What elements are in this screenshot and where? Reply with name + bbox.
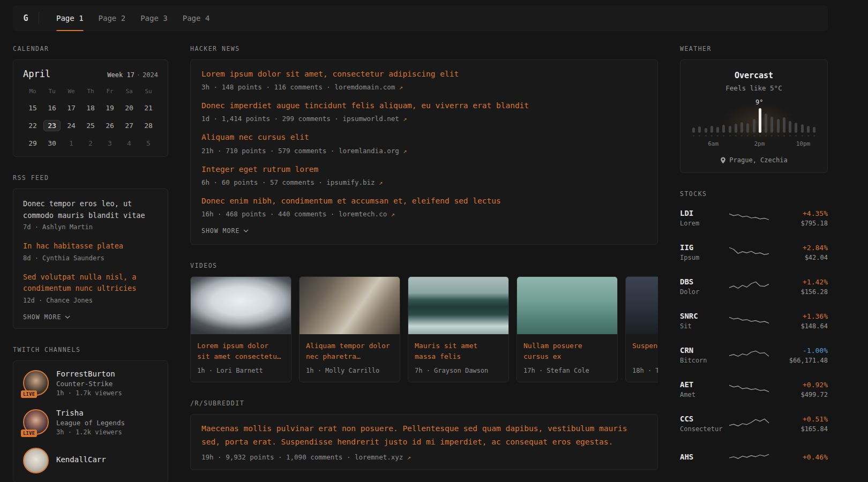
video-card[interactable]: Lorem ipsum dolor sit amet consectetu… 1… (190, 276, 291, 382)
video-thumbnail[interactable] (517, 277, 617, 334)
rss-item-title[interactable]: In hac habitasse platea (23, 240, 158, 252)
stock-row[interactable]: CRN Bitcorn -1.00% $66,171.48 (680, 342, 828, 368)
rss-item-title[interactable]: Sed volutpat nulla nisl, a condimentum n… (23, 272, 158, 295)
video-card[interactable]: Mauris sit amet massa felis 7h · Grayson… (408, 276, 509, 382)
video-thumbnail[interactable] (191, 277, 291, 334)
subreddit-card: Maecenas mollis pulvinar erat non posuer… (190, 414, 658, 470)
video-info: Aliquam tempor dolor nec pharetra… 1h · … (300, 334, 400, 382)
stock-name: Dolor (680, 288, 729, 296)
tab-page-4[interactable]: Page 4 (175, 5, 218, 31)
rss-item-title[interactable]: Donec tempor eros leo, ut commodo mauris… (23, 198, 158, 221)
videos-carousel[interactable]: Lorem ipsum dolor sit amet consectetu… 1… (190, 276, 658, 382)
stock-values: +0.51% $165.84 (769, 415, 828, 433)
video-thumbnail[interactable] (300, 277, 400, 334)
video-title[interactable]: Nullam posuere cursus ex (523, 341, 611, 362)
video-card[interactable]: Suspendisse diam 18h · Tara (625, 276, 658, 382)
stock-id: IIG Ipsum (680, 243, 729, 261)
stock-price: $165.84 (769, 425, 828, 433)
external-link-icon: ↗ (391, 210, 395, 218)
video-thumbnail[interactable] (408, 277, 508, 334)
stock-name: Amet (680, 391, 729, 398)
video-card[interactable]: Aliquam tempor dolor nec pharetra… 1h · … (299, 276, 400, 382)
twitch-channel[interactable]: KendallCarr (23, 448, 158, 473)
left-column: CALENDAR April Week 17·2024 Mo Tu We Th … (13, 45, 168, 482)
calendar-day: 26 (100, 120, 119, 131)
weather-bar (735, 124, 737, 137)
calendar-day: 20 (119, 102, 139, 114)
story-title[interactable]: Aliquam nec cursus elit (201, 131, 647, 144)
stock-row[interactable]: SNRC Sit +1.36% $148.64 (680, 307, 828, 334)
story-title[interactable]: Donec imperdiet augue tincidunt felis al… (201, 100, 647, 112)
story-meta: 1d · 1,414 points · 299 comments · ipsum… (201, 114, 647, 124)
calendar-day: 27 (119, 120, 139, 131)
rss-item[interactable]: Donec tempor eros leo, ut commodo mauris… (23, 193, 158, 236)
nav-divider (39, 12, 39, 24)
video-title[interactable]: Suspendisse diam (632, 341, 658, 362)
story-title[interactable]: Lorem ipsum dolor sit amet, consectetur … (201, 68, 647, 80)
video-title[interactable]: Mauris sit amet massa felis (415, 341, 502, 362)
stock-sparkline (729, 280, 769, 293)
channel-name[interactable]: KendallCarr (56, 455, 106, 464)
source-link[interactable]: ipsumify.biz (326, 178, 375, 186)
stock-row[interactable]: AET Amet +0.92% $499.72 (680, 376, 828, 403)
video-thumbnail[interactable] (626, 277, 658, 334)
stock-row[interactable]: AHS +0.46% (680, 445, 828, 471)
story-title[interactable]: Integer eget rutrum lorem (201, 163, 647, 176)
tab-page-3[interactable]: Page 3 (133, 5, 175, 31)
channel-name[interactable]: ForrestBurton (56, 370, 122, 378)
stock-row[interactable]: IIG Ipsum +2.84% $42.04 (680, 239, 828, 266)
source-link[interactable]: loremlandia.org (339, 147, 399, 155)
external-link-icon: ↗ (379, 179, 383, 186)
post-title[interactable]: Maecenas mollis pulvinar erat non posuer… (201, 422, 647, 449)
weather-bar (746, 123, 749, 137)
source-link[interactable]: ipsumworld.net (342, 115, 399, 123)
stock-values: +1.36% $148.64 (769, 312, 828, 330)
calendar-widget: CALENDAR April Week 17·2024 Mo Tu We Th … (13, 45, 168, 157)
source-link[interactable]: loremdomain.com (334, 83, 395, 91)
calendar-day: 15 (23, 102, 42, 114)
rss-item[interactable]: In hac habitasse platea 8d · Cynthia Sau… (23, 236, 158, 267)
external-link-icon: ↗ (399, 84, 403, 91)
stock-change: +0.46% (769, 453, 828, 461)
channel-meta: 1h · 1.7k viewers (56, 389, 122, 397)
stock-price: $795.18 (769, 220, 828, 227)
video-title[interactable]: Lorem ipsum dolor sit amet consectetu… (197, 341, 285, 362)
story-meta-text: 3h · 148 points · 116 comments · (201, 83, 334, 91)
tab-page-1[interactable]: Page 1 (49, 5, 91, 31)
video-card[interactable]: Nullam posuere cursus ex 17h · Stefan Co… (517, 276, 618, 382)
channel-info: KendallCarr (56, 455, 106, 465)
calendar-day: 28 (139, 120, 158, 131)
calendar-day-next-month: 3 (100, 138, 119, 149)
stock-row[interactable]: LDI Lorem +4.35% $795.18 (680, 205, 828, 231)
post-meta-text: 19h · 9,932 points · 1,090 comments · (201, 453, 355, 461)
weather-bar (777, 119, 780, 137)
stock-row[interactable]: DBS Dolor +1.42% $156.28 (680, 273, 828, 300)
story-meta-text: 21h · 710 points · 579 comments · (201, 147, 339, 155)
story-title[interactable]: Donec enim nibh, condimentum et accumsan… (201, 195, 647, 207)
app-logo[interactable]: G (13, 5, 39, 31)
stock-row[interactable]: CCS Consectetur +0.51% $165.84 (680, 410, 828, 437)
twitch-channel[interactable]: LIVE ForrestBurton Counter-Strike 1h · 1… (23, 370, 158, 397)
channel-name[interactable]: Trisha (56, 409, 125, 417)
stocks-widget: STOCKS LDI Lorem +4.35% $795.18 IIG (680, 190, 828, 479)
weather-condition: Overcast (688, 71, 820, 80)
source-link[interactable]: loremnet.xyz (355, 453, 403, 461)
videos-widget: VIDEOS Lorem ipsum dolor sit amet consec… (190, 262, 658, 382)
calendar-day: 19 (100, 102, 119, 114)
rss-item[interactable]: Sed volutpat nulla nisl, a condimentum n… (23, 267, 158, 309)
tab-page-2[interactable]: Page 2 (91, 5, 133, 31)
weather-location: Prague, Czechia (688, 156, 820, 164)
weather-bar (729, 126, 731, 137)
day-header: Mo (23, 87, 42, 96)
stock-ticker: IIG (680, 243, 729, 252)
calendar-day-next-month: 2 (81, 138, 100, 149)
dashboard-columns: CALENDAR April Week 17·2024 Mo Tu We Th … (13, 45, 828, 482)
show-more-button[interactable]: SHOW MORE (201, 223, 647, 241)
twitch-channel[interactable]: LIVE Trisha League of Legends 3h · 1.2k … (23, 409, 158, 436)
source-link[interactable]: loremtech.co (339, 210, 387, 218)
video-title[interactable]: Aliquam tempor dolor nec pharetra… (306, 341, 393, 362)
show-more-button[interactable]: SHOW MORE (23, 309, 158, 327)
widget-title: STOCKS (680, 190, 828, 198)
rss-item-meta: 7d · Ashlyn Martin (23, 223, 158, 231)
avatar: LIVE (23, 409, 49, 435)
